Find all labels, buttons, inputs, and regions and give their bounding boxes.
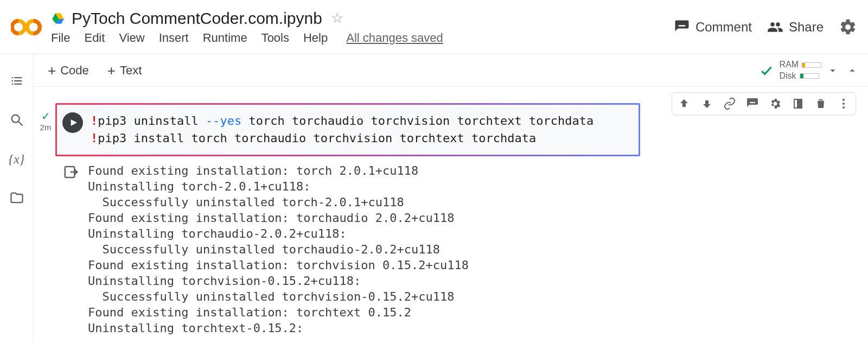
output-arrow-icon (63, 164, 79, 180)
add-code-button[interactable]: + Code (48, 63, 89, 78)
star-icon[interactable]: ☆ (331, 10, 343, 27)
move-up-button[interactable] (676, 96, 692, 111)
settings-button[interactable] (839, 18, 857, 36)
plus-icon: + (48, 63, 56, 78)
more-vertical-icon (837, 97, 850, 110)
insert-toolbar: + Code + Text RAM Disk (34, 54, 868, 87)
gear-icon (769, 97, 782, 110)
check-icon: ✓ (41, 110, 50, 122)
folder-icon (9, 190, 24, 206)
braces-x-icon: {x} (9, 152, 25, 167)
menu-view[interactable]: View (119, 31, 144, 45)
menu-runtime[interactable]: Runtime (203, 31, 247, 45)
disk-bar (800, 73, 819, 79)
mirror-icon (792, 97, 805, 110)
resource-bars: RAM Disk (779, 59, 821, 82)
svg-point-5 (843, 103, 845, 105)
output-toggle[interactable] (55, 163, 87, 336)
plus-icon: + (107, 63, 116, 78)
code-editor[interactable]: !pip3 uninstall --yes torch torchaudio t… (88, 105, 639, 155)
add-text-label: Text (120, 63, 142, 78)
chevron-down-icon (827, 65, 839, 77)
arrow-up-icon (678, 97, 691, 110)
left-rail: {x} (0, 54, 34, 343)
svg-point-6 (843, 106, 845, 109)
comment-cell-button[interactable] (745, 96, 760, 111)
menu-help[interactable]: Help (303, 31, 328, 45)
code-cell: !pip3 uninstall --yes torch torchaudio t… (55, 103, 640, 336)
header-right: Comment Share (674, 0, 857, 54)
notebook-title[interactable]: PyToch CommentCoder.com.ipynb (72, 9, 322, 28)
check-icon (760, 63, 774, 78)
svg-line-3 (18, 122, 22, 126)
add-text-button[interactable]: + Text (107, 63, 142, 78)
comment-label: Comment (695, 20, 752, 35)
delete-cell-button[interactable] (813, 96, 828, 111)
play-icon (69, 118, 78, 127)
comment-button[interactable]: Comment (674, 19, 752, 35)
menu-tools[interactable]: Tools (261, 31, 289, 45)
ram-label: RAM (779, 59, 799, 71)
comment-icon (746, 97, 759, 110)
save-status[interactable]: All changes saved (346, 31, 443, 45)
title-row: PyToch CommentCoder.com.ipynb ☆ (51, 9, 443, 28)
drive-icon (51, 11, 65, 26)
menu-edit[interactable]: Edit (84, 31, 105, 45)
svg-point-4 (843, 99, 845, 101)
play-circle (62, 112, 83, 133)
variables-button[interactable]: {x} (8, 150, 26, 168)
output-row: Found existing installation: torch 2.0.1… (55, 163, 640, 336)
trash-icon (814, 97, 827, 110)
move-down-button[interactable] (699, 96, 714, 111)
more-cell-button[interactable] (836, 96, 851, 111)
files-button[interactable] (8, 189, 26, 207)
cell-duration: 2m (38, 123, 53, 132)
toc-button[interactable] (8, 72, 26, 90)
ram-bar (802, 62, 821, 68)
cell-toolbar (672, 92, 856, 115)
app-header: PyToch CommentCoder.com.ipynb ☆ File Edi… (0, 0, 868, 54)
cell-wrap: ✓ 2m !pip3 uninstall --yes torch torchau… (34, 103, 868, 336)
disk-label: Disk (779, 71, 796, 82)
cell-status: ✓ 2m (38, 103, 53, 336)
collapse-header-button[interactable] (846, 65, 858, 77)
share-button[interactable]: Share (767, 19, 824, 35)
link-cell-button[interactable] (722, 96, 737, 111)
code-frame: !pip3 uninstall --yes torch torchaudio t… (55, 103, 640, 156)
list-icon (9, 73, 24, 88)
comment-icon (674, 19, 690, 35)
search-button[interactable] (8, 111, 26, 129)
colab-logo-icon (11, 16, 42, 38)
colab-logo[interactable] (8, 8, 46, 46)
toolbar-right: RAM Disk (760, 54, 858, 87)
add-code-label: Code (60, 63, 89, 78)
runtime-status[interactable]: RAM Disk (760, 59, 839, 82)
menu-file[interactable]: File (51, 31, 70, 45)
people-icon (767, 19, 783, 35)
link-icon (723, 97, 736, 110)
title-block: PyToch CommentCoder.com.ipynb ☆ File Edi… (51, 9, 443, 45)
arrow-down-icon (700, 97, 713, 110)
gear-icon (839, 18, 857, 36)
code-inner: !pip3 uninstall --yes torch torchaudio t… (57, 105, 639, 155)
menubar: File Edit View Insert Runtime Tools Help… (51, 31, 443, 45)
svg-point-2 (11, 115, 19, 123)
notebook-main: ✓ 2m !pip3 uninstall --yes torch torchau… (34, 87, 868, 343)
cell-output: Found existing installation: torch 2.0.1… (87, 163, 469, 336)
cell-settings-button[interactable] (768, 96, 783, 111)
menu-insert[interactable]: Insert (159, 31, 189, 45)
run-button[interactable] (57, 105, 88, 155)
share-label: Share (789, 20, 824, 35)
search-icon (9, 112, 24, 128)
mirror-cell-button[interactable] (790, 96, 806, 111)
